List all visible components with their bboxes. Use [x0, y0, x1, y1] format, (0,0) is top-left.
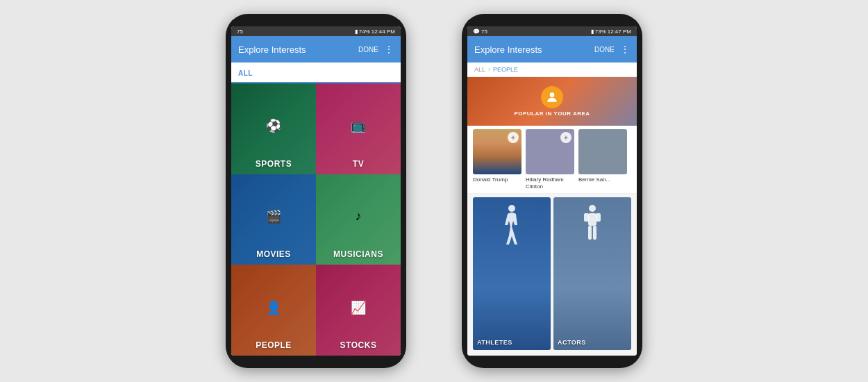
category-grid: ⚽ SPORTS 📺 TV 🎬 MOVIES ♪	[231, 83, 401, 356]
time-1: 12:44 PM	[372, 28, 395, 35]
people-cards: + Donald Trump + Hillary Rodham Clinton …	[467, 126, 637, 194]
app-bar-2: Explore Interests DONE ⋮	[467, 36, 637, 63]
done-button-1[interactable]: DONE	[358, 46, 378, 53]
people-avatar	[541, 86, 563, 108]
svg-rect-3	[588, 213, 596, 226]
hillary-img: +	[526, 129, 574, 174]
breadcrumb-all[interactable]: ALL	[474, 66, 485, 73]
bernie-img	[578, 129, 627, 174]
trump-add-btn[interactable]: +	[508, 132, 519, 143]
person-hillary[interactable]: + Hillary Rodham Clinton	[526, 129, 574, 190]
svg-point-0	[550, 92, 555, 97]
battery-2: 73%	[595, 28, 606, 35]
status-right-1: ▮ 74% 12:44 PM	[355, 28, 395, 35]
category-musicians[interactable]: ♪ MUSICIANS	[316, 174, 401, 265]
musicians-label: MUSICIANS	[333, 249, 383, 259]
status-icons-2: 💬 75	[473, 28, 487, 35]
svg-point-2	[589, 205, 596, 212]
bernie-name: Bernie San...	[578, 176, 627, 183]
category-people[interactable]: 👤 PEOPLE	[231, 265, 316, 356]
trump-name: Donald Trump	[473, 176, 521, 183]
breadcrumb-people: PEOPLE	[493, 66, 518, 73]
app-title-1: Explore Interests	[238, 44, 306, 55]
battery-icon-1: ▮	[355, 28, 358, 35]
sub-actors[interactable]: ACTORS	[553, 197, 631, 350]
actors-label: ACTORS	[558, 339, 586, 346]
sports-icon: ⚽	[266, 118, 281, 133]
status-bar-2: 💬 75 ▮ 73% 12:47 PM	[467, 26, 637, 36]
app-bar-1: Explore Interests DONE ⋮	[231, 36, 401, 63]
app-bar-actions-2: DONE ⋮	[594, 44, 630, 55]
battery-1: 74%	[359, 28, 370, 35]
person-trump[interactable]: + Donald Trump	[473, 129, 521, 190]
athletes-label: ATHLETES	[477, 339, 512, 346]
people-label: PEOPLE	[256, 340, 292, 350]
trump-img: +	[473, 129, 521, 174]
people-header: POPULAR IN YOUR AREA	[467, 77, 637, 126]
people-icon: 👤	[266, 299, 281, 315]
person-bernie[interactable]: Bernie San...	[578, 129, 627, 190]
category-sports[interactable]: ⚽ SPORTS	[231, 83, 316, 174]
hillary-name: Hillary Rodham Clinton	[526, 176, 574, 190]
app-bar-actions-1: DONE ⋮	[358, 44, 394, 55]
status-right-2: ▮ 73% 12:47 PM	[591, 28, 631, 35]
more-icon-2[interactable]: ⋮	[620, 44, 630, 55]
category-stocks[interactable]: 📈 STOCKS	[316, 265, 401, 356]
all-tab-label-1: ALL	[238, 69, 253, 77]
sports-label: SPORTS	[256, 159, 292, 169]
status-bar-1: 75 ▮ 74% 12:44 PM	[231, 26, 401, 36]
all-tab-1[interactable]: ALL	[231, 63, 401, 83]
stocks-label: STOCKS	[340, 340, 377, 350]
athlete-figure	[499, 204, 524, 246]
popular-label: POPULAR IN YOUR AREA	[514, 110, 590, 117]
done-button-2[interactable]: DONE	[594, 46, 615, 53]
phone-2: 💬 75 ▮ 73% 12:47 PM Explore Interests DO…	[462, 14, 642, 368]
svg-rect-4	[584, 213, 589, 222]
musicians-icon: ♪	[356, 209, 362, 224]
movies-icon: 🎬	[266, 209, 281, 224]
movies-label: MOVIES	[256, 249, 291, 259]
phone-1-screen: 75 ▮ 74% 12:44 PM Explore Interests DONE…	[231, 26, 401, 356]
time-2: 12:47 PM	[608, 28, 631, 35]
more-icon-1[interactable]: ⋮	[384, 44, 394, 55]
sub-categories: ATHLETES ACTORS	[467, 194, 637, 356]
svg-point-1	[508, 205, 515, 212]
app-title-2: Explore Interests	[474, 44, 542, 55]
battery-icon-2: ▮	[591, 28, 594, 35]
svg-rect-7	[593, 226, 596, 240]
bernie-bg	[578, 129, 627, 174]
signal-2: 75	[481, 28, 487, 35]
category-tv[interactable]: 📺 TV	[316, 83, 401, 174]
svg-rect-5	[596, 213, 601, 222]
stocks-icon: 📈	[351, 299, 366, 315]
breadcrumb-2: ALL › PEOPLE	[467, 63, 637, 77]
tv-icon: 📺	[351, 118, 366, 133]
whatsapp-icon: 💬	[473, 28, 480, 35]
actor-figure	[580, 204, 605, 246]
phone-2-screen: 💬 75 ▮ 73% 12:47 PM Explore Interests DO…	[467, 26, 637, 356]
svg-rect-6	[588, 226, 592, 240]
hillary-add-btn[interactable]: +	[560, 132, 571, 143]
sub-athletes[interactable]: ATHLETES	[473, 197, 551, 350]
breadcrumb-sep: ›	[488, 66, 490, 73]
tv-label: TV	[353, 159, 364, 169]
phone-1: 75 ▮ 74% 12:44 PM Explore Interests DONE…	[226, 14, 406, 368]
category-movies[interactable]: 🎬 MOVIES	[231, 174, 316, 265]
status-signal-1: 75	[237, 28, 243, 35]
